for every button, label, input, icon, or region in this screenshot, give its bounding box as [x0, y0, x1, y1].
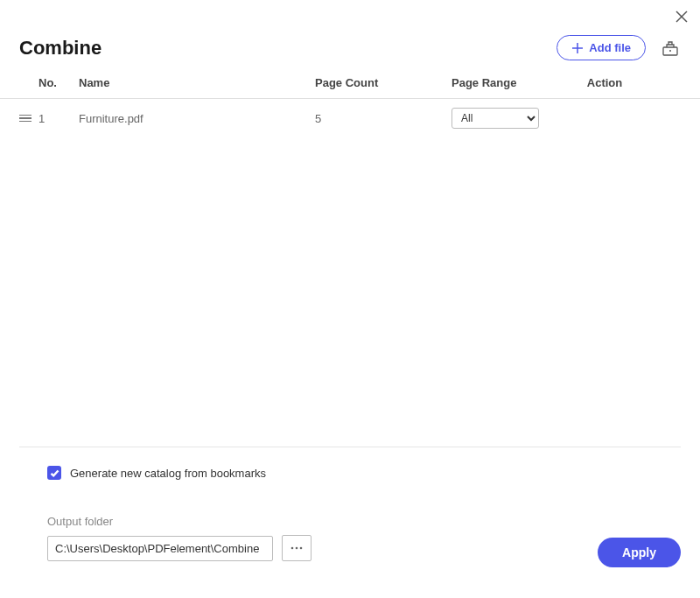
svg-point-8 [300, 547, 303, 550]
add-file-label: Add file [589, 41, 631, 54]
table-header: No. Name Page Count Page Range Action [0, 67, 700, 99]
cell-name: Furniture.pdf [79, 112, 315, 125]
table-row: 1 Furniture.pdf 5 All [0, 99, 700, 137]
col-header-pagerange: Page Range [452, 76, 565, 89]
dots-icon [290, 546, 304, 550]
col-header-action: Action [565, 76, 644, 89]
plus-icon [571, 42, 584, 54]
catalog-row: Generate new catalog from bookmarks [47, 466, 681, 480]
header-actions: Add file [556, 35, 681, 60]
col-header-pagecount: Page Count [315, 76, 452, 89]
catalog-checkbox[interactable] [47, 466, 61, 480]
cell-no: 1 [38, 112, 79, 125]
output-folder-input[interactable] [47, 536, 273, 561]
header: Combine Add file [0, 0, 700, 67]
svg-point-6 [291, 547, 294, 550]
footer: Generate new catalog from bookmarks Outp… [19, 466, 681, 561]
drag-handle[interactable] [19, 115, 32, 123]
svg-point-7 [296, 547, 298, 550]
settings-icon [662, 39, 679, 57]
drag-handle-cell [19, 115, 38, 123]
output-row [47, 535, 681, 561]
close-icon [676, 11, 688, 23]
page-range-select[interactable]: All [452, 108, 539, 129]
close-button[interactable] [674, 9, 690, 25]
check-icon [50, 468, 60, 478]
page-title: Combine [19, 37, 102, 60]
apply-button[interactable]: Apply [598, 538, 681, 567]
catalog-label: Generate new catalog from bookmarks [70, 467, 266, 480]
output-folder-label: Output folder [47, 515, 681, 528]
cell-pagecount: 5 [315, 112, 452, 125]
col-header-name: Name [79, 76, 315, 89]
browse-button[interactable] [282, 535, 312, 561]
divider [19, 447, 681, 447]
add-file-button[interactable]: Add file [556, 35, 646, 60]
cell-pagerange: All [452, 108, 565, 129]
col-header-no: No. [38, 76, 79, 89]
settings-button[interactable] [660, 38, 681, 59]
